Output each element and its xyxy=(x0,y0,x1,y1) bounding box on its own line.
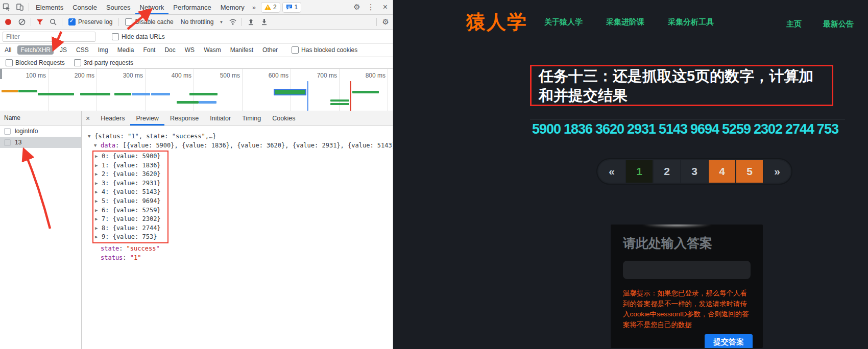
site-logo[interactable]: 猿人学 xyxy=(466,9,527,35)
json-key: state xyxy=(101,245,119,252)
type-filter-chip[interactable]: Fetch/XHR xyxy=(17,45,54,55)
json-array-item[interactable]: ▶4: {value: 5143} xyxy=(95,188,167,197)
third-party-requests-checkbox[interactable]: 3rd-party requests xyxy=(74,59,133,66)
details-tab[interactable]: Preview xyxy=(130,111,164,126)
checkbox-unchecked xyxy=(125,18,132,26)
network-conditions-icon[interactable] xyxy=(226,15,239,29)
type-filter-chip[interactable]: Wasm xyxy=(201,45,224,55)
pagination-page-button[interactable]: 2 xyxy=(654,160,680,183)
details-tab[interactable]: Headers xyxy=(95,111,130,126)
triangle-collapsed-icon[interactable]: ▶ xyxy=(95,188,102,197)
json-array-item[interactable]: ▶5: {value: 9694} xyxy=(95,197,167,206)
hide-data-urls-checkbox[interactable]: Hide data URLs xyxy=(112,33,165,40)
devtools-tab[interactable]: Network xyxy=(135,1,169,14)
triangle-collapsed-icon[interactable]: ▶ xyxy=(95,152,102,161)
triangle-collapsed-icon[interactable]: ▶ xyxy=(95,161,102,170)
json-array-item[interactable]: ▶7: {value: 2302} xyxy=(95,215,167,224)
close-details-icon[interactable]: × xyxy=(82,114,95,122)
settings-gear-icon[interactable]: ⚙ xyxy=(350,3,364,12)
details-tab[interactable]: Response xyxy=(164,111,204,126)
warnings-badge[interactable]: 2 xyxy=(261,2,280,13)
clear-icon[interactable] xyxy=(15,15,29,29)
json-state-line[interactable]: state: "success" xyxy=(94,244,393,253)
preserve-log-label: Preserve log xyxy=(78,18,112,26)
messages-badge[interactable]: 1 xyxy=(282,2,302,13)
blocked-requests-checkbox[interactable]: Blocked Requests xyxy=(6,59,65,66)
json-root-line[interactable]: ▼{status: "1", state: "success",…} xyxy=(88,132,393,141)
triangle-collapsed-icon[interactable]: ▶ xyxy=(95,197,102,206)
import-har-icon[interactable] xyxy=(244,15,257,29)
network-overview-waterfall[interactable]: 100 ms 200 ms 300 ms 400 ms 500 ms 600 m… xyxy=(0,69,393,111)
json-array-item[interactable]: ▶0: {value: 5900} xyxy=(95,152,167,161)
devtools-tab[interactable]: Elements xyxy=(31,1,68,14)
disable-cache-checkbox[interactable]: Disable cache xyxy=(125,18,173,26)
chevron-down-icon: ▼ xyxy=(219,20,223,24)
json-array-item[interactable]: ▶6: {value: 5259} xyxy=(95,206,167,215)
json-array-item[interactable]: ▶2: {value: 3620} xyxy=(95,170,167,179)
triangle-collapsed-icon[interactable]: ▶ xyxy=(95,179,102,188)
pagination-next-button[interactable]: » xyxy=(764,160,790,183)
answer-input[interactable] xyxy=(623,261,751,279)
triangle-collapsed-icon[interactable]: ▶ xyxy=(95,224,102,233)
json-array-item[interactable]: ▶1: {value: 1836} xyxy=(95,161,167,170)
pagination-prev-button[interactable]: « xyxy=(598,160,625,183)
triangle-collapsed-icon[interactable]: ▶ xyxy=(95,206,102,215)
json-array-item[interactable]: ▶8: {value: 2744} xyxy=(95,224,167,233)
pagination-page-button[interactable]: 3 xyxy=(681,160,708,183)
throttling-dropdown[interactable]: No throttling ▼ xyxy=(181,18,224,26)
type-filter-chip[interactable]: JS xyxy=(57,45,70,55)
search-icon[interactable] xyxy=(46,15,60,29)
filter-funnel-icon[interactable] xyxy=(33,15,46,29)
requests-column-header[interactable]: Name xyxy=(0,111,81,126)
type-filter-chip[interactable]: WS xyxy=(182,45,198,55)
nav-link[interactable]: 采集进阶课 xyxy=(606,17,644,27)
type-filter-chip[interactable]: Media xyxy=(114,45,137,55)
nav-link[interactable]: 采集分析工具 xyxy=(668,17,714,27)
json-array-item[interactable]: ▶9: {value: 753} xyxy=(95,233,167,242)
nav-link[interactable]: 主页 xyxy=(786,19,802,29)
devtools-tab[interactable]: Memory xyxy=(216,1,249,14)
nav-link[interactable]: 最新公告 xyxy=(823,19,854,29)
kebab-menu-icon[interactable]: ⋮ xyxy=(364,3,378,12)
triangle-collapsed-icon[interactable]: ▶ xyxy=(95,233,102,242)
more-tabs-icon[interactable]: » xyxy=(249,4,259,11)
pagination-page-button[interactable]: 5 xyxy=(736,160,763,183)
device-toolbar-icon[interactable] xyxy=(13,1,27,14)
triangle-expanded-icon[interactable]: ▼ xyxy=(94,141,101,150)
pagination-page-button[interactable]: 1 xyxy=(626,160,653,183)
pagination-page-button[interactable]: 4 xyxy=(709,160,735,183)
filter-input[interactable] xyxy=(3,32,95,42)
request-row[interactable]: loginInfo xyxy=(0,126,81,137)
type-filter-chip[interactable]: Font xyxy=(140,45,158,55)
json-data-line[interactable]: ▼data: [{value: 5900}, {value: 1836}, {v… xyxy=(94,141,393,150)
record-button[interactable] xyxy=(5,19,11,25)
type-filter-chip[interactable]: Doc xyxy=(161,45,178,55)
devtools-tab[interactable]: Performance xyxy=(168,1,215,14)
type-filter-chip[interactable]: Manifest xyxy=(227,45,256,55)
type-filter-chip[interactable]: Other xyxy=(259,45,281,55)
details-tabbar: × Headers Preview Response Initiator Tim… xyxy=(82,111,393,126)
json-item-text: 4: {value: 5143} xyxy=(102,188,161,195)
nav-link[interactable]: 关于猿人学 xyxy=(544,17,583,27)
type-filter-chip[interactable]: All xyxy=(2,45,14,55)
details-tab[interactable]: Initiator xyxy=(204,111,236,126)
network-settings-gear-icon[interactable]: ⚙ xyxy=(379,17,393,27)
inspect-element-icon[interactable] xyxy=(0,1,13,14)
close-devtools-icon[interactable]: × xyxy=(378,3,393,12)
submit-answer-button[interactable]: 提交答案 xyxy=(705,334,753,348)
json-array-item[interactable]: ▶3: {value: 2931} xyxy=(95,179,167,188)
json-status-line[interactable]: status: "1" xyxy=(94,253,393,262)
details-tab[interactable]: Cookies xyxy=(267,111,301,126)
request-row[interactable]: 13 xyxy=(0,137,81,148)
triangle-collapsed-icon[interactable]: ▶ xyxy=(95,215,102,224)
devtools-tab[interactable]: Sources xyxy=(102,1,135,14)
export-har-icon[interactable] xyxy=(257,15,271,29)
triangle-expanded-icon[interactable]: ▼ xyxy=(88,132,94,141)
type-filter-chip[interactable]: CSS xyxy=(73,45,92,55)
triangle-collapsed-icon[interactable]: ▶ xyxy=(95,170,102,179)
details-tab[interactable]: Timing xyxy=(236,111,267,126)
has-blocked-cookies-checkbox[interactable]: Has blocked cookies xyxy=(292,46,357,54)
devtools-tab[interactable]: Console xyxy=(68,1,102,14)
preserve-log-checkbox[interactable]: Preserve log xyxy=(68,18,112,26)
type-filter-chip[interactable]: Img xyxy=(95,45,111,55)
